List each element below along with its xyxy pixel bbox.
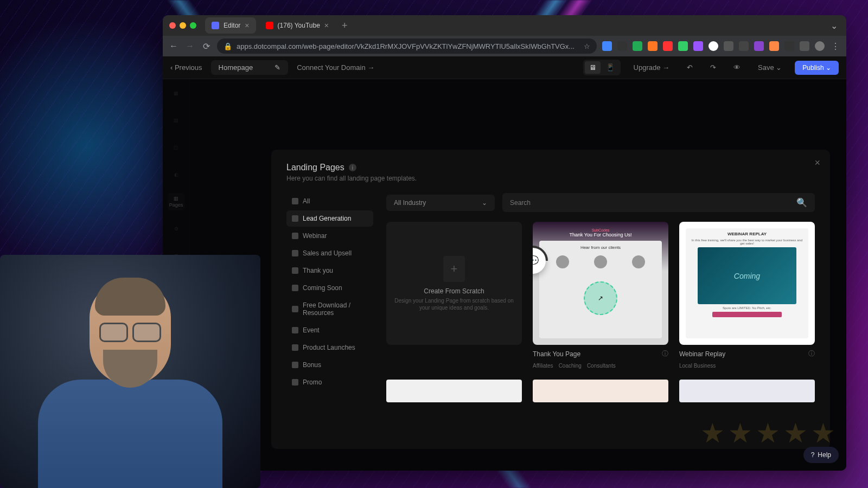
back-icon[interactable]: ← (168, 41, 179, 52)
category-bonus[interactable]: Bonus (286, 357, 373, 373)
extension-icon[interactable] (724, 41, 733, 51)
template-card-scratch[interactable]: Create From Scratch Design your Landing … (386, 222, 522, 369)
category-icon (292, 327, 298, 333)
edit-icon[interactable]: ✎ (275, 63, 280, 72)
url-input[interactable]: 🔒 apps.dotcompal.com/web-page/editor/VkZ… (217, 38, 597, 54)
page-title: Homepage (219, 63, 253, 72)
chrome-tab-menu[interactable]: ⌄ (826, 21, 842, 31)
template-card-webinar-replay[interactable]: WEBINAR REPLAY In this free training, we… (679, 222, 815, 369)
extension-icon[interactable] (678, 41, 688, 51)
industry-select[interactable]: All Industry ⌄ (386, 195, 495, 211)
category-thank-you[interactable]: Thank you (286, 262, 373, 279)
category-icon (292, 285, 298, 291)
thumb-title: WEBINAR REPLAY (727, 232, 767, 236)
publish-button[interactable]: Publish ⌄ (795, 61, 839, 75)
desktop-view-icon[interactable]: 🖥 (585, 61, 601, 74)
category-webinar[interactable]: Webinar (286, 228, 373, 244)
reload-icon[interactable]: ⟳ (201, 41, 212, 52)
redo-icon[interactable]: ↷ (706, 61, 720, 74)
undo-icon[interactable]: ↶ (682, 61, 697, 74)
thumb-cta (712, 312, 782, 317)
chat-bubble-icon[interactable]: 💬 (533, 248, 546, 274)
search-icon[interactable]: 🔍 (796, 197, 807, 208)
extension-icon[interactable] (709, 41, 718, 51)
thumb-video: Coming (698, 247, 796, 304)
kebab-menu-icon[interactable]: ⋮ (830, 41, 841, 52)
extension-icon[interactable] (754, 41, 764, 51)
template-content: All Industry ⌄ 🔍 Cre (386, 193, 815, 434)
thumb-sub: Hear from our clients (544, 245, 658, 250)
help-label: Help (818, 451, 831, 459)
tab-favicon (212, 22, 219, 29)
tab-favicon (266, 22, 273, 29)
window-maximize[interactable] (190, 22, 196, 29)
category-product-launches[interactable]: Product Launches (286, 339, 373, 356)
tab-youtube[interactable]: (176) YouTube × (259, 17, 335, 34)
search-input[interactable] (510, 199, 792, 207)
extension-icon[interactable] (602, 41, 612, 51)
url-text: apps.dotcompal.com/web-page/editor/VkZkd… (237, 42, 575, 50)
mobile-view-icon[interactable]: 📱 (602, 61, 619, 74)
category-icon (292, 379, 298, 386)
template-card-thank-you[interactable]: SubCodes Thank You For Choosing Us! Hear… (533, 222, 668, 369)
extension-icon[interactable] (648, 41, 658, 51)
template-tags: Affiliates Coaching Consultants (533, 363, 668, 369)
connect-domain-link[interactable]: Connect Your Domain → (297, 63, 374, 72)
template-label-row: Webinar Replay ⓘ (679, 349, 815, 358)
upgrade-link[interactable]: Upgrade → (629, 61, 674, 74)
webcam-overlay (0, 255, 260, 488)
save-button[interactable]: Save ⌄ (754, 61, 786, 74)
thumb-note: Spots are LIMITED. No Pitch, etc. (723, 306, 771, 310)
category-coming-soon[interactable]: Coming Soon (286, 280, 373, 296)
extension-icon[interactable] (663, 41, 673, 51)
template-card[interactable] (533, 380, 668, 402)
tab-close-icon[interactable]: × (245, 21, 249, 30)
preview-icon[interactable]: 👁 (729, 61, 745, 74)
category-icon (292, 215, 298, 222)
template-thumb: Create From Scratch Design your Landing … (386, 222, 522, 345)
extension-icon[interactable] (739, 41, 749, 51)
category-event[interactable]: Event (286, 322, 373, 338)
extensions-menu-icon[interactable] (800, 41, 809, 51)
page-title-box[interactable]: Homepage ✎ (211, 60, 289, 75)
category-icon (292, 267, 298, 274)
app-body: ▦ ▤ ◫ ◐ ▥ Pages ⚙ ⊞ × Landing Pages i He… (163, 79, 846, 471)
category-icon (292, 306, 298, 312)
help-button[interactable]: ? Help (803, 447, 839, 463)
info-icon[interactable]: ⓘ (662, 349, 668, 358)
info-icon[interactable]: i (349, 164, 356, 171)
category-free-download[interactable]: Free Download / Resources (286, 297, 373, 321)
new-tab-button[interactable]: + (339, 20, 351, 31)
template-card[interactable] (386, 380, 522, 402)
previous-button[interactable]: ‹ Previous (170, 63, 202, 72)
window-close[interactable] (169, 22, 176, 29)
tab-title: Editor (224, 22, 240, 29)
extension-icon[interactable] (784, 41, 794, 51)
template-card[interactable] (679, 380, 815, 402)
extension-icon[interactable] (693, 41, 703, 51)
window-minimize[interactable] (180, 22, 186, 29)
category-icon (292, 233, 298, 239)
extension-icon[interactable] (617, 41, 627, 51)
click-indicator (584, 281, 617, 315)
app-header: ‹ Previous Homepage ✎ Connect Your Domai… (163, 56, 846, 79)
address-bar: ← → ⟳ 🔒 apps.dotcompal.com/web-page/edit… (163, 36, 846, 56)
category-icon (292, 250, 298, 256)
category-promo[interactable]: Promo (286, 374, 373, 390)
category-all[interactable]: All (286, 193, 373, 209)
tab-close-icon[interactable]: × (324, 21, 329, 30)
tag: Coaching (559, 363, 582, 369)
tag: Affiliates (533, 363, 553, 369)
category-sales-upsell[interactable]: Sales and Upsell (286, 245, 373, 261)
category-lead-generation[interactable]: Lead Generation (286, 210, 373, 227)
thumb-heading: Thank You For Choosing Us! (569, 232, 631, 237)
extension-icon[interactable] (769, 41, 779, 51)
profile-avatar[interactable] (815, 41, 825, 51)
info-icon[interactable]: ⓘ (808, 349, 815, 358)
forward-icon[interactable]: → (184, 41, 195, 52)
extension-icon[interactable] (633, 41, 642, 51)
tab-editor[interactable]: Editor × (205, 17, 256, 34)
star-icon[interactable]: ☆ (584, 42, 590, 50)
filter-row: All Industry ⌄ 🔍 (386, 193, 815, 212)
close-icon[interactable]: × (814, 157, 820, 169)
